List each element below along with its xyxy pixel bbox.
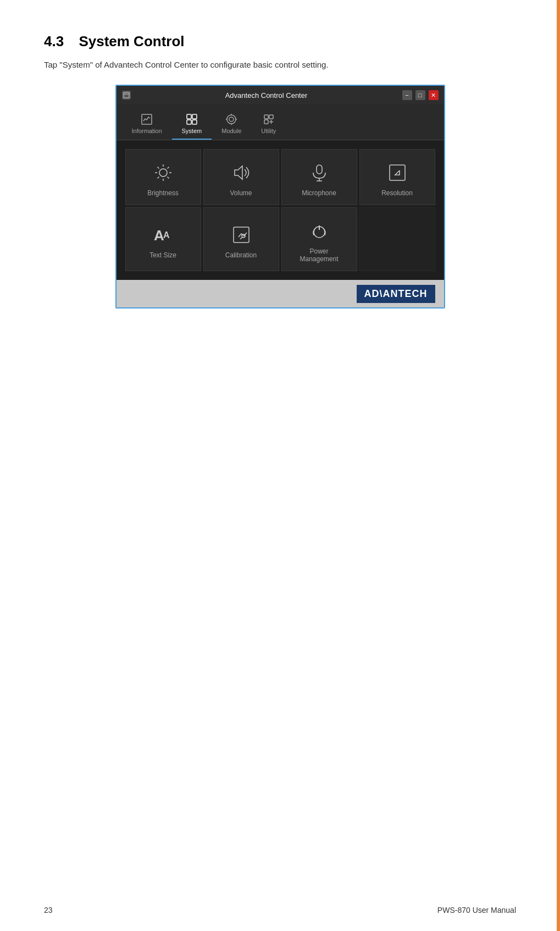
text-size-icon: A A [152, 224, 174, 246]
microphone-cell[interactable]: Microphone [281, 149, 357, 205]
svg-line-24 [167, 177, 169, 179]
nav-item-utility[interactable]: Utility [251, 109, 286, 140]
brightness-label: Brightness [147, 189, 179, 197]
calibration-icon [230, 224, 252, 246]
volume-cell[interactable]: Volume [203, 149, 279, 205]
svg-rect-14 [269, 115, 273, 119]
svg-rect-6 [192, 120, 197, 124]
empty-cell [359, 207, 435, 271]
minimize-button[interactable]: − [402, 90, 412, 100]
svg-line-37 [240, 237, 242, 239]
section-number: 4.3 [44, 33, 64, 49]
nav-item-module[interactable]: Module [212, 109, 251, 140]
page-footer: 23 PWS-870 User Manual [0, 906, 560, 915]
nav-bar: Information System [117, 104, 444, 140]
nav-label-module: Module [221, 128, 241, 134]
module-icon [225, 113, 237, 125]
svg-rect-0 [124, 92, 129, 98]
power-icon [308, 220, 330, 242]
page-content: 4.3 System Control Tap "System" of Advan… [0, 0, 560, 352]
calibration-label: Calibration [225, 251, 257, 259]
close-button[interactable]: ✕ [429, 90, 439, 100]
svg-rect-15 [264, 120, 268, 124]
svg-rect-35 [234, 227, 249, 243]
app-icon [122, 91, 131, 100]
control-grid: Brightness Volume [117, 140, 444, 280]
window-controls: − □ ✕ [402, 90, 439, 100]
svg-line-25 [167, 167, 169, 169]
section-description: Tap "System" of Advantech Control Center… [44, 60, 516, 69]
nav-item-system[interactable]: System [172, 109, 212, 140]
volume-icon [230, 162, 252, 184]
text-size-cell[interactable]: A A Text Size [125, 207, 201, 271]
maximize-button[interactable]: □ [415, 90, 425, 100]
svg-rect-28 [317, 165, 322, 174]
app-window: Advantech Control Center − □ ✕ Informati… [115, 85, 445, 309]
svg-text:A: A [163, 230, 170, 240]
text-size-label: Text Size [149, 251, 176, 259]
window-title: Advantech Control Center [131, 91, 402, 100]
svg-rect-13 [264, 115, 268, 119]
brightness-cell[interactable]: Brightness [125, 149, 201, 205]
power-management-cell[interactable]: PowerManagement [281, 207, 357, 271]
svg-marker-27 [235, 166, 242, 179]
resolution-label: Resolution [381, 189, 413, 197]
nav-label-utility: Utility [261, 128, 276, 134]
nav-label-information: Information [132, 128, 162, 134]
information-icon [141, 113, 153, 125]
bottom-bar: AD\ANTECH [117, 280, 444, 307]
svg-point-18 [159, 169, 167, 177]
svg-line-23 [157, 167, 159, 169]
volume-label: Volume [230, 189, 252, 197]
system-icon [186, 113, 198, 125]
title-bar: Advantech Control Center − □ ✕ [117, 86, 444, 104]
brightness-icon [152, 162, 174, 184]
svg-rect-3 [187, 114, 191, 119]
svg-line-26 [157, 177, 159, 179]
calibration-cell[interactable]: Calibration [203, 207, 279, 271]
page-number: 23 [44, 906, 53, 915]
resolution-icon [386, 162, 408, 184]
section-heading: 4.3 System Control [44, 33, 516, 50]
manual-title: PWS-870 User Manual [437, 906, 516, 915]
brand-logo: AD\ANTECH [357, 285, 435, 303]
microphone-label: Microphone [302, 189, 336, 197]
microphone-icon [308, 162, 330, 184]
svg-rect-5 [187, 120, 191, 124]
svg-rect-4 [192, 114, 197, 119]
utility-icon [263, 113, 275, 125]
svg-point-7 [229, 117, 234, 122]
section-title: System Control [79, 33, 184, 49]
svg-point-8 [227, 115, 236, 124]
power-management-label: PowerManagement [300, 247, 338, 263]
nav-item-information[interactable]: Information [122, 109, 172, 140]
nav-label-system: System [182, 128, 202, 134]
brand-text: AD\ANTECH [364, 288, 428, 299]
resolution-cell[interactable]: Resolution [359, 149, 435, 205]
